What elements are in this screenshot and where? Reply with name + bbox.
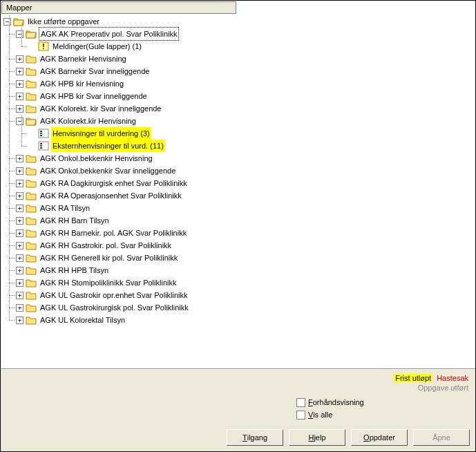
folder-icon [26, 241, 37, 250]
tree-node-label: AGK RH Barnekir. pol. AGK Svar Poliklini… [39, 227, 188, 239]
tree-node-label: AGK RA Tilsyn [39, 202, 91, 214]
tree-node-rh-gastro[interactable]: + AGK RH Gastrokir. pol. Svar Poliklinik… [16, 239, 475, 252]
tree-node-rh-generell[interactable]: + AGK RH Generell kir pol. Svar Poliklin… [16, 252, 475, 264]
svg-rect-4 [40, 133, 42, 134]
access-button[interactable]: Tilgang [227, 429, 283, 446]
folder-open-icon [26, 116, 37, 126]
help-button[interactable]: Hjelp [289, 429, 345, 446]
folder-icon [26, 278, 37, 288]
tree-node-label: AGK RH Gastrokir. pol. Svar Poliklinikk [39, 239, 173, 252]
panel-title: Mapper [6, 3, 32, 12]
tree-node-label: AGK Barnekir Henvisning [39, 53, 128, 65]
tree-node-label: AGK HPB kir Henvisning [39, 77, 125, 90]
expander-minus-icon[interactable]: − [16, 30, 23, 38]
tree-node-label: AGK Kolorekt.kir Henvisning [39, 115, 137, 127]
expander-plus-icon[interactable]: + [16, 192, 23, 200]
open-button: Åpne [413, 429, 470, 446]
tree-node-rh-hpb[interactable]: + AGK RH HPB Tilsyn [16, 264, 475, 276]
tree-node-agk-preop[interactable]: − AGK AK Preoperativ pol. Svar Poliklini… [16, 28, 475, 40]
tree-node-label: AGK RH HPB Tilsyn [39, 264, 110, 276]
folder-icon [26, 290, 37, 300]
preview-label: Forhåndsvisning [308, 398, 364, 406]
expander-plus-icon[interactable]: + [16, 205, 23, 212]
tree-node-onkol-svar[interactable]: + AGK Onkol.bekkenkir Svar inneliggende [16, 164, 475, 177]
expander-plus-icon[interactable]: + [16, 267, 23, 274]
tree-node-kolorekt-henv[interactable]: − AGK Kolorekt.kir Henvisning [16, 115, 475, 127]
tree-node-ul-kolorektal[interactable]: + AGK UL Kolorektal Tilsyn [16, 314, 475, 326]
note-alert-icon: ! [38, 41, 49, 51]
preview-checkbox[interactable] [296, 398, 305, 407]
tree-node-label: AGK RH Barn Tilsyn [39, 214, 111, 227]
tree-node-label: AGK UL Gastrokirurgisk pol. Svar Polikli… [39, 301, 190, 314]
folder-icon [26, 66, 37, 76]
svg-rect-9 [40, 147, 42, 149]
expander-plus-icon[interactable]: + [16, 55, 23, 63]
folder-icon [26, 216, 37, 225]
tree-leaf-henv-vurd[interactable]: Henvisninger til vurdering (3) [28, 127, 475, 140]
tree-node-kolorekt-svar[interactable]: + AGK Kolorekt. kir Svar inneliggende [16, 102, 475, 115]
tree-node-label: Ikke utførte oppgaver [26, 15, 101, 28]
status-legend: Frist utløpt Hastesak [6, 374, 470, 382]
tree-node-hpb-svar[interactable]: + AGK HPB kir Svar inneliggende [16, 90, 475, 102]
expander-minus-icon[interactable]: − [3, 18, 11, 26]
expander-plus-icon[interactable]: + [16, 80, 23, 88]
expander-plus-icon[interactable]: + [16, 292, 23, 299]
expander-plus-icon[interactable]: + [16, 167, 23, 175]
tree-node-label: AGK Kolorekt. kir Svar inneliggende [39, 102, 162, 115]
folder-icon [26, 265, 37, 275]
folder-icon [26, 315, 37, 325]
tree-node-label: AGK HPB kir Svar inneliggende [39, 90, 149, 102]
status-deadline: Frist utløpt [394, 374, 432, 382]
tree-leaf-ekst-henv[interactable]: Eksternhenvisninger til vurd. (11) [28, 140, 475, 152]
tree-node-barnekir-henv[interactable]: + AGK Barnekir Henvisning [16, 53, 475, 65]
expander-plus-icon[interactable]: + [16, 217, 23, 225]
folder-icon [26, 191, 37, 200]
svg-rect-5 [40, 135, 42, 136]
tree-node-rh-stomi[interactable]: + AGK RH Stomipoliklinikk Svar Poliklini… [16, 276, 475, 289]
tree-node-ra-tilsyn[interactable]: + AGK RA Tilsyn [16, 202, 475, 214]
tree-node-label: AGK RH Stomipoliklinikk Svar Poliklinikk [39, 276, 178, 289]
preview-checkbox-row[interactable]: Forhåndsvisning [296, 396, 470, 408]
expander-plus-icon[interactable]: + [16, 304, 23, 312]
refresh-button[interactable]: Oppdater [351, 429, 408, 446]
expander-plus-icon[interactable]: + [16, 317, 23, 324]
tree-node-hpb-henv[interactable]: + AGK HPB kir Henvisning [16, 77, 475, 90]
tree-node-label: AGK Onkol.bekkenkir Henvisning [39, 152, 154, 164]
tree-node-ul-gastro-pol[interactable]: + AGK UL Gastrokirurgisk pol. Svar Polik… [16, 301, 475, 314]
expander-plus-icon[interactable]: + [16, 180, 23, 187]
expander-plus-icon[interactable]: + [16, 229, 23, 237]
tree-node-root[interactable]: − Ikke utførte oppgaver [3, 15, 475, 28]
tree-node-label: AGK Onkol.bekkenkir Svar inneliggende [39, 164, 177, 177]
expander-plus-icon[interactable]: + [16, 105, 23, 113]
tree-node-ul-gastro-opr[interactable]: + AGK UL Gastrokir opr.enhet Svar Polikl… [16, 289, 475, 301]
bottom-panel: Frist utløpt Hastesak Oppgave utført For… [1, 369, 475, 451]
expander-plus-icon[interactable]: + [16, 279, 23, 287]
expander-plus-icon[interactable]: + [16, 254, 23, 262]
tree: − Ikke utførte oppgaver − [3, 15, 475, 326]
tree-node-label: AGK RH Generell kir pol. Svar Poliklinik… [39, 252, 179, 264]
show-all-checkbox-row[interactable]: Vis alle [296, 408, 470, 421]
expander-minus-icon[interactable]: − [16, 117, 23, 125]
svg-rect-8 [40, 145, 42, 147]
tree-node-ra-op[interactable]: + AGK RA Operasjonsenhet Svar Poliklinik… [16, 189, 475, 202]
status-completed: Oppgave utført [6, 384, 470, 392]
tree-node-ra-dagkir[interactable]: + AGK RA Dagkirurgisk enhet Svar Polikli… [16, 177, 475, 189]
panel-header: Mapper [1, 1, 236, 14]
folder-tree-window: Mapper − Ikke utførte oppgaver [0, 0, 476, 452]
expander-plus-icon[interactable]: + [16, 93, 23, 100]
tree-node-rh-barnekir[interactable]: + AGK RH Barnekir. pol. AGK Svar Polikli… [16, 227, 475, 239]
tree-leaf-meldinger[interactable]: ! Meldinger(Gule lapper) (1) [28, 40, 475, 53]
expander-plus-icon[interactable]: + [16, 68, 23, 75]
tree-node-rh-barn[interactable]: + AGK RH Barn Tilsyn [16, 214, 475, 227]
tree-node-label: AGK UL Gastrokir opr.enhet Svar Poliklin… [39, 289, 189, 301]
folder-open-icon [26, 29, 37, 39]
tree-leaf-label: Meldinger(Gule lapper) (1) [51, 40, 143, 53]
show-all-checkbox[interactable] [296, 411, 305, 420]
expander-plus-icon[interactable]: + [16, 155, 23, 162]
options: Forhåndsvisning Vis alle [296, 396, 470, 421]
tree-node-barnekir-svar[interactable]: + AGK Barnekir Svar inneliggende [16, 65, 475, 77]
tree-node-onkol-henv[interactable]: + AGK Onkol.bekkenkir Henvisning [16, 152, 475, 164]
status-urgent: Hastesak [435, 374, 470, 382]
expander-plus-icon[interactable]: + [16, 242, 23, 249]
svg-text:!: ! [42, 43, 44, 50]
